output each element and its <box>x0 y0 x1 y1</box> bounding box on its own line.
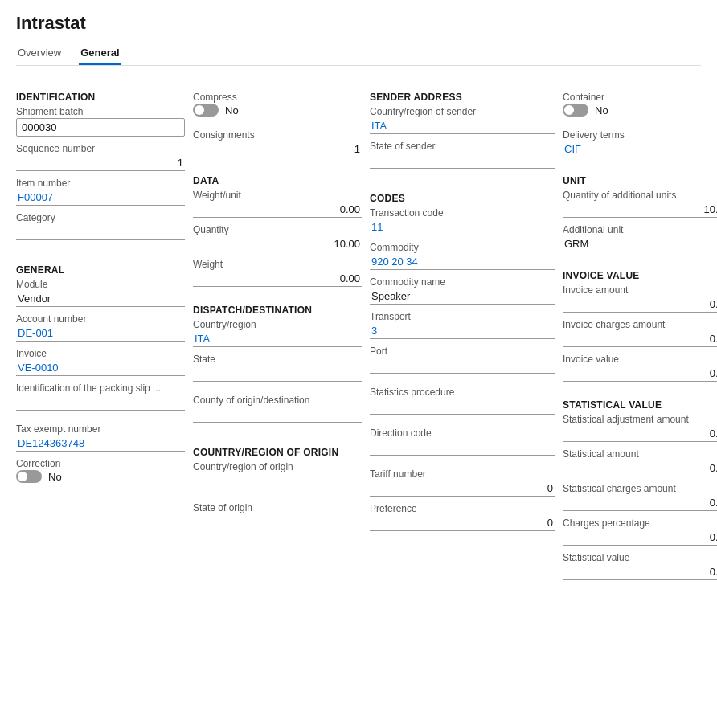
country-sender-value[interactable]: ITA <box>370 118 555 134</box>
qty-additional-value: 10.00 <box>563 202 717 218</box>
field-preference: Preference 0 <box>370 503 555 531</box>
section-country-region-origin: COUNTRY/REGION OF ORIGIN <box>193 447 362 458</box>
statistics-procedure-value[interactable] <box>370 399 555 415</box>
field-additional-unit: Additional unit GRM <box>563 224 717 252</box>
field-commodity-name: Commodity name Speaker <box>370 276 555 305</box>
field-correction: Correction No <box>16 458 185 489</box>
shipment-batch-input[interactable]: 000030 <box>16 118 185 137</box>
commodity-value[interactable]: 920 20 34 <box>370 254 555 270</box>
invoice-value-value: 0.00 <box>563 366 717 382</box>
field-packing-slip: Identification of the packing slip ... <box>16 382 185 417</box>
field-stat-adj-amount: Statistical adjustment amount 0.00 <box>563 414 717 442</box>
col-sender: SENDER ADDRESS Country/region of sender … <box>370 80 555 538</box>
field-account-number: Account number DE-001 <box>16 313 185 342</box>
stat-charges-value: 0.00 <box>563 495 717 511</box>
country-region-origin-value[interactable] <box>193 473 362 489</box>
field-charges-pct: Charges percentage 0.00 <box>563 517 717 546</box>
transaction-code-value[interactable]: 11 <box>370 219 555 235</box>
account-number-label: Account number <box>16 313 185 325</box>
commodity-name-label: Commodity name <box>370 276 555 288</box>
stat-amount-value: 0.00 <box>563 460 717 476</box>
stat-adj-amount-value: 0.00 <box>563 426 717 442</box>
dispatch-country-value[interactable]: ITA <box>193 331 362 347</box>
section-sender-address: SENDER ADDRESS <box>370 92 555 103</box>
module-value: Vendor <box>16 291 185 307</box>
section-statistical-value: STATISTICAL VALUE <box>563 399 717 411</box>
commodity-label: Commodity <box>370 242 555 253</box>
stat-amount-label: Statistical amount <box>563 448 717 460</box>
invoice-value-label: Invoice value <box>563 354 717 365</box>
compress-toggle-label: No <box>225 104 239 117</box>
section-invoice-value: INVOICE VALUE <box>563 270 717 281</box>
field-port: Port <box>370 346 555 380</box>
state-of-origin-value[interactable] <box>193 514 362 530</box>
field-direction-code: Direction code <box>370 427 555 462</box>
delivery-terms-label: Delivery terms <box>563 129 717 141</box>
field-dispatch-state: State <box>193 354 362 388</box>
field-transport: Transport 3 <box>370 311 555 339</box>
field-county-origin: County of origin/destination <box>193 395 362 429</box>
field-sequence-number: Sequence number 1 <box>16 143 185 171</box>
item-number-label: Item number <box>16 178 185 189</box>
stat-value-value: 0.00 <box>563 564 717 580</box>
stat-value-label: Statistical value <box>563 552 717 563</box>
field-state-sender: State of sender <box>370 141 555 175</box>
item-number-value[interactable]: F00007 <box>16 190 185 206</box>
field-stat-value: Statistical value 0.00 <box>563 552 717 580</box>
delivery-terms-value[interactable]: CIF <box>563 141 717 157</box>
dispatch-state-label: State <box>193 354 362 365</box>
transport-value[interactable]: 3 <box>370 323 555 339</box>
section-codes: CODES <box>370 193 555 204</box>
correction-toggle[interactable] <box>16 470 42 483</box>
statistics-procedure-label: Statistics procedure <box>370 386 555 398</box>
container-toggle[interactable] <box>563 104 588 117</box>
container-toggle-label: No <box>595 104 608 117</box>
country-sender-label: Country/region of sender <box>370 106 555 117</box>
direction-code-value[interactable] <box>370 440 555 456</box>
invoice-label: Invoice <box>16 348 185 359</box>
qty-additional-label: Quantity of additional units <box>563 190 717 201</box>
field-invoice-charges: Invoice charges amount 0.00 <box>563 319 717 347</box>
tax-exempt-value[interactable]: DE124363748 <box>16 436 185 452</box>
invoice-value[interactable]: VE-0010 <box>16 360 185 376</box>
category-value[interactable] <box>16 224 185 240</box>
sequence-number-value: 1 <box>16 155 185 171</box>
field-category: Category <box>16 212 185 247</box>
county-origin-value[interactable] <box>193 407 362 423</box>
tab-general[interactable]: General <box>79 42 121 65</box>
consignments-label: Consignments <box>193 129 362 141</box>
weight-unit-value: 0.00 <box>193 202 362 218</box>
section-unit: UNIT <box>563 175 717 186</box>
field-invoice-value: Invoice value 0.00 <box>563 354 717 382</box>
packing-slip-value[interactable] <box>16 395 185 411</box>
section-identification: IDENTIFICATION <box>16 92 185 103</box>
field-commodity: Commodity 920 20 34 <box>370 242 555 270</box>
commodity-name-value: Speaker <box>370 288 555 305</box>
county-origin-label: County of origin/destination <box>193 395 362 406</box>
account-number-value[interactable]: DE-001 <box>16 325 185 342</box>
state-sender-label: State of sender <box>370 141 555 152</box>
compress-label: Compress <box>193 92 362 103</box>
additional-unit-label: Additional unit <box>563 224 717 235</box>
preference-label: Preference <box>370 503 555 514</box>
port-value[interactable] <box>370 358 555 374</box>
stat-charges-label: Statistical charges amount <box>563 483 717 494</box>
field-weight-unit: Weight/unit 0.00 <box>193 190 362 218</box>
tax-exempt-label: Tax exempt number <box>16 423 185 435</box>
correction-toggle-row: No <box>16 470 185 483</box>
additional-unit-value: GRM <box>563 236 717 252</box>
dispatch-state-value[interactable] <box>193 366 362 382</box>
module-label: Module <box>16 279 185 290</box>
consignments-value: 1 <box>193 141 362 157</box>
field-invoice: Invoice VE-0010 <box>16 348 185 376</box>
state-sender-value[interactable] <box>370 153 555 169</box>
compress-toggle[interactable] <box>193 104 219 117</box>
field-compress: Compress No <box>193 92 362 123</box>
field-state-of-origin: State of origin <box>193 502 362 537</box>
correction-label: Correction <box>16 458 185 469</box>
tab-overview[interactable]: Overview <box>16 42 63 65</box>
weight-unit-label: Weight/unit <box>193 190 362 201</box>
field-tariff-number: Tariff number 0 <box>370 468 555 497</box>
direction-code-label: Direction code <box>370 427 555 439</box>
invoice-amount-value: 0.00 <box>563 297 717 313</box>
